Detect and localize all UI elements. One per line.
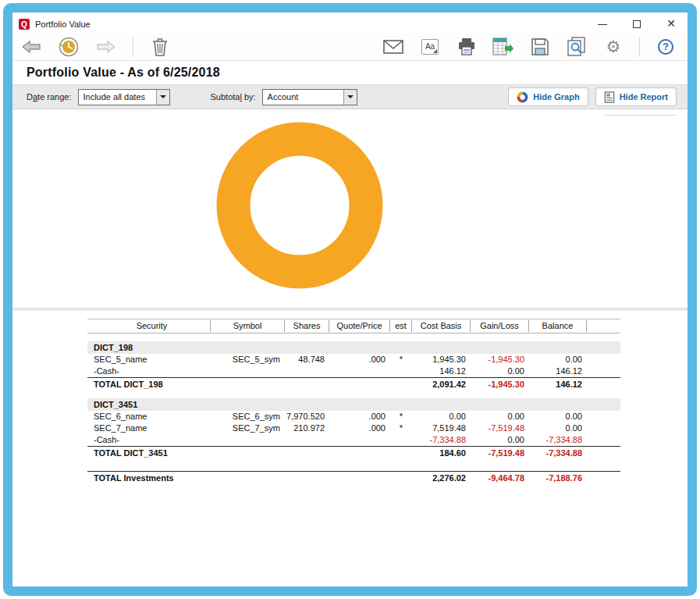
cell-gain_loss: -7,519.48	[471, 423, 529, 434]
cell-gain_loss: 0.00	[471, 434, 529, 446]
chevron-down-icon	[160, 95, 166, 98]
cell-cost_basis: 1,945.30	[412, 354, 471, 365]
gear-icon: ⚙	[606, 38, 621, 55]
subtotal-by-value: Account	[263, 92, 304, 102]
group-header[interactable]: DICT_198	[87, 341, 620, 354]
print-button[interactable]	[456, 37, 478, 57]
cell-cost_basis: 7,519.48	[412, 423, 471, 434]
export-spreadsheet-icon	[492, 37, 514, 56]
preview-button[interactable]	[566, 37, 588, 57]
cell-security: -Cash-	[87, 365, 211, 377]
cell-cost_basis: 2,276.02	[412, 472, 471, 484]
graph-area	[12, 109, 688, 308]
cell-shares: 210.972	[285, 423, 329, 434]
cell-security: TOTAL DICT_198	[87, 378, 211, 390]
report-area: SecuritySymbolSharesQuote/PriceestCost B…	[12, 311, 688, 587]
column-header-balance[interactable]: Balance	[529, 320, 587, 332]
close-icon: ✕	[666, 19, 677, 29]
column-header-gain_loss[interactable]: Gain/Loss	[471, 320, 529, 332]
portfolio-donut-chart[interactable]	[216, 122, 383, 289]
cell-security: SEC_5_name	[87, 354, 211, 365]
cell-shares: 7,970.520	[285, 411, 329, 423]
close-button[interactable]: ✕	[666, 19, 677, 30]
cell-gain_loss: -7,519.48	[471, 447, 529, 459]
graph-divider-line	[605, 115, 677, 116]
cell-cost_basis: 146.12	[412, 365, 471, 377]
cell-quote_price	[329, 447, 390, 459]
cell-symbol	[211, 447, 285, 459]
cell-filler	[587, 447, 620, 459]
cell-filler	[587, 472, 620, 484]
back-button[interactable]	[20, 37, 42, 57]
cell-security: -Cash-	[87, 434, 211, 446]
filter-bar: Date range: Include all dates Subtotal b…	[12, 84, 688, 109]
cell-shares	[285, 378, 329, 390]
cell-filler	[587, 434, 620, 446]
hide-report-button[interactable]: Hide Report	[595, 87, 677, 106]
cell-shares	[285, 365, 329, 377]
grand-total-row[interactable]: TOTAL Investments2,276.02-9,464.78-7,188…	[87, 471, 620, 484]
table-row[interactable]: -Cash--7,334.880.00-7,334.88	[87, 434, 620, 446]
font-button[interactable]: Aa	[419, 37, 441, 57]
table-header-row: SecuritySymbolSharesQuote/PriceestCost B…	[87, 319, 620, 333]
cell-est	[390, 365, 412, 377]
column-header-cost_basis[interactable]: Cost Basis	[412, 320, 471, 332]
column-header-security[interactable]: Security	[87, 320, 211, 332]
table-row[interactable]: SEC_6_nameSEC_6_sym7,970.520.000*0.000.0…	[87, 411, 620, 423]
subtotal-dropdown-button[interactable]	[343, 90, 357, 105]
report-icon	[604, 91, 615, 103]
settings-button[interactable]: ⚙	[602, 37, 624, 57]
table-row[interactable]: -Cash-146.120.00146.12	[87, 365, 620, 377]
date-range-select[interactable]: Include all dates	[78, 89, 170, 105]
cell-est: *	[390, 423, 412, 434]
cell-symbol	[211, 472, 285, 484]
minimize-button[interactable]	[597, 19, 608, 30]
cell-cost_basis: 0.00	[412, 411, 471, 423]
table-row[interactable]: SEC_5_nameSEC_5_sym48.748.000*1,945.30-1…	[87, 354, 620, 365]
window: Q Portfolio Value ✕	[3, 3, 697, 596]
cell-est	[390, 447, 412, 459]
column-header-quote_price[interactable]: Quote/Price	[329, 320, 390, 332]
maximize-button[interactable]	[631, 19, 642, 30]
date-range-value: Include all dates	[79, 92, 151, 102]
cell-quote_price: .000	[329, 354, 390, 365]
toolbar-separator	[133, 37, 133, 56]
hide-graph-button[interactable]: Hide Graph	[508, 87, 588, 106]
cell-shares	[285, 434, 329, 446]
column-header-shares[interactable]: Shares	[285, 320, 329, 332]
group-header[interactable]: DICT_3451	[87, 398, 620, 411]
cell-filler	[587, 354, 620, 365]
cell-gain_loss: 0.00	[471, 411, 529, 423]
email-button[interactable]	[382, 37, 404, 57]
cell-symbol	[211, 378, 285, 390]
group-total-row[interactable]: TOTAL DICT_3451184.60-7,519.48-7,334.88	[87, 446, 620, 459]
portfolio-table: SecuritySymbolSharesQuote/PriceestCost B…	[87, 319, 620, 484]
delete-button[interactable]	[149, 37, 171, 57]
report-header: Portfolio Value - As of 6/25/2018	[12, 61, 688, 84]
forward-button[interactable]	[95, 37, 117, 57]
date-range-label: Date range:	[27, 92, 72, 102]
cell-balance: -7,188.76	[529, 472, 587, 484]
grand-total-section: TOTAL Investments2,276.02-9,464.78-7,188…	[87, 471, 620, 484]
donut-ring	[233, 139, 366, 272]
group-total-row[interactable]: TOTAL DICT_1982,091.42-1,945.30146.12	[87, 377, 620, 390]
export-button[interactable]	[492, 37, 514, 57]
chevron-down-icon	[347, 95, 354, 98]
cell-est: *	[390, 411, 412, 423]
cell-quote_price	[329, 472, 390, 484]
history-button[interactable]	[58, 37, 80, 57]
date-range-dropdown-button[interactable]	[156, 90, 169, 105]
help-button[interactable]: ?	[655, 37, 677, 57]
cell-balance: -7,334.88	[529, 434, 587, 446]
cell-balance: 0.00	[529, 423, 587, 434]
cell-cost_basis: 184.60	[412, 447, 471, 459]
cell-balance: 146.12	[529, 378, 587, 390]
column-header-symbol[interactable]: Symbol	[211, 320, 285, 332]
table-row[interactable]: SEC_7_nameSEC_7_sym210.972.000*7,519.48-…	[87, 423, 620, 434]
cell-gain_loss: -1,945.30	[471, 354, 529, 365]
cell-filler	[587, 411, 620, 423]
page-title: Portfolio Value - As of 6/25/2018	[27, 66, 220, 80]
save-button[interactable]	[529, 37, 551, 57]
subtotal-by-select[interactable]: Account	[262, 89, 357, 105]
column-header-est[interactable]: est	[390, 320, 412, 332]
